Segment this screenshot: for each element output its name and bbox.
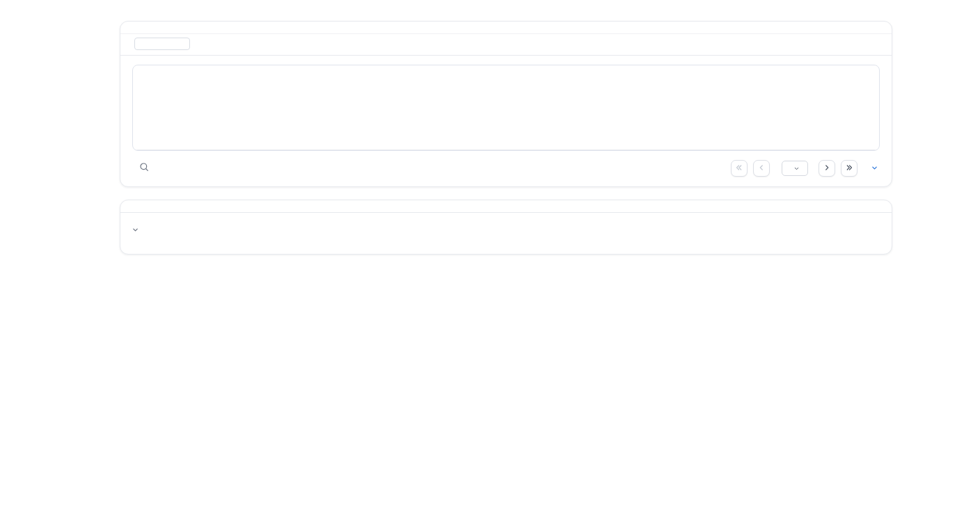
output-variable-bar bbox=[120, 33, 892, 56]
last-page-button[interactable] bbox=[841, 160, 858, 177]
previous-page-button[interactable] bbox=[753, 160, 770, 177]
python-editor[interactable] bbox=[120, 200, 892, 213]
sidebar bbox=[0, 0, 29, 507]
chevron-left-icon bbox=[757, 162, 766, 175]
download-button[interactable] bbox=[869, 163, 878, 174]
page-select[interactable] bbox=[782, 161, 808, 176]
pagination bbox=[725, 160, 878, 177]
collapse-toggle[interactable] bbox=[132, 223, 139, 239]
data-table bbox=[132, 65, 880, 151]
sql-editor[interactable] bbox=[120, 22, 892, 33]
list-output-header bbox=[132, 223, 879, 239]
chevron-down-icon bbox=[871, 163, 878, 174]
search-button[interactable] bbox=[136, 161, 152, 176]
table-footer bbox=[132, 151, 880, 180]
next-page-button[interactable] bbox=[819, 160, 835, 177]
notebook bbox=[120, 0, 892, 255]
python-cell bbox=[120, 200, 892, 255]
chevron-down-icon bbox=[793, 163, 800, 174]
python-cell-output bbox=[120, 213, 892, 254]
sql-cell bbox=[120, 21, 892, 187]
search-icon bbox=[139, 161, 150, 175]
chevrons-left-icon bbox=[735, 162, 743, 175]
chevron-right-icon bbox=[823, 162, 831, 175]
output-variable-input[interactable] bbox=[134, 38, 190, 50]
first-page-button[interactable] bbox=[731, 160, 748, 177]
chevron-down-icon bbox=[132, 223, 139, 239]
chevrons-right-icon bbox=[845, 162, 853, 175]
sql-cell-output bbox=[120, 56, 892, 186]
table-header-row bbox=[133, 65, 879, 150]
